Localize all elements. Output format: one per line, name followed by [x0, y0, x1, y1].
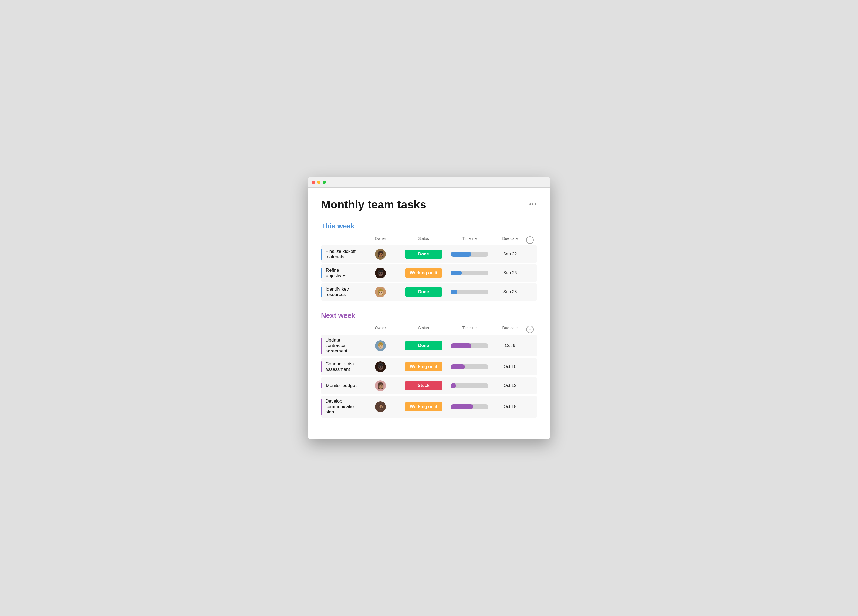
owner-cell: 👨🏼	[359, 340, 402, 351]
col-header-duedate: Due date	[494, 326, 526, 333]
sections-container: This week Owner Status Timeline Due date…	[321, 222, 537, 417]
timeline-bar	[451, 364, 488, 369]
avatar: 👨🏼	[375, 340, 386, 351]
task-left-bar	[321, 338, 322, 354]
timeline-fill	[451, 364, 465, 369]
status-cell: Working on it	[402, 402, 445, 411]
task-name: Develop communication plan	[325, 398, 359, 415]
due-date-cell: Sep 28	[494, 289, 526, 294]
timeline-bar	[451, 271, 488, 275]
status-cell: Done	[402, 287, 445, 297]
section-this-week: This week Owner Status Timeline Due date…	[321, 222, 537, 300]
status-badge[interactable]: Stuck	[405, 381, 443, 390]
task-left-bar	[321, 383, 322, 388]
task-left-bar	[321, 268, 322, 278]
timeline-fill	[451, 383, 456, 388]
due-date-cell: Oct 18	[494, 404, 526, 409]
timeline-cell	[445, 289, 494, 294]
timeline-fill	[451, 404, 473, 409]
section-title-this-week: This week	[321, 222, 354, 230]
status-cell: Done	[402, 341, 445, 350]
table-row[interactable]: Finalize kickoff materials 👩🏾 Done Sep 2…	[321, 246, 537, 263]
avatar: 👩🏽	[375, 380, 386, 391]
timeline-bar	[451, 289, 488, 294]
timeline-fill	[451, 252, 471, 257]
timeline-bar	[451, 252, 488, 257]
task-name-cell: Identify key resources	[321, 286, 359, 297]
task-left-bar	[321, 286, 322, 297]
task-name: Conduct a risk assessment	[325, 361, 359, 372]
table-row[interactable]: Refine objectives 👨🏿 Working on it Sep 2…	[321, 264, 537, 282]
col-header-owner: Owner	[359, 326, 402, 333]
timeline-bar	[451, 383, 488, 388]
due-date-cell: Oct 10	[494, 364, 526, 369]
timeline-cell	[445, 343, 494, 348]
task-name-cell: Monitor budget	[321, 383, 359, 388]
task-name-cell: Develop communication plan	[321, 398, 359, 415]
status-cell: Working on it	[402, 268, 445, 278]
avatar: 👩🏾	[375, 249, 386, 260]
avatar: 🧔🏽	[375, 401, 386, 412]
page-title: Monthly team tasks	[321, 199, 426, 211]
timeline-fill	[451, 289, 457, 294]
col-header-timeline: Timeline	[445, 326, 494, 333]
app-window: Monthly team tasks ••• This week Owner S…	[308, 177, 550, 439]
col-header-add: +	[526, 236, 537, 244]
table-row[interactable]: Update contractor agreement 👨🏼 Done Oct …	[321, 335, 537, 356]
content-area: Monthly team tasks ••• This week Owner S…	[308, 188, 550, 439]
task-name-cell: Conduct a risk assessment	[321, 361, 359, 372]
due-date-cell: Oct 12	[494, 383, 526, 388]
status-badge[interactable]: Working on it	[405, 362, 443, 371]
task-name: Monitor budget	[326, 383, 356, 388]
minimize-button[interactable]	[317, 180, 320, 184]
owner-cell: 👩🏽	[359, 380, 402, 391]
table-row[interactable]: Develop communication plan 🧔🏽 Working on…	[321, 396, 537, 417]
add-task-button-next-week[interactable]: +	[526, 326, 534, 333]
column-headers-next-week: Owner Status Timeline Due date +	[321, 324, 537, 335]
status-badge[interactable]: Done	[405, 287, 443, 297]
task-name-cell: Update contractor agreement	[321, 338, 359, 354]
timeline-bar	[451, 404, 488, 409]
due-date-cell: Sep 26	[494, 271, 526, 275]
status-cell: Stuck	[402, 381, 445, 390]
avatar: 👨🏿	[375, 268, 386, 278]
owner-cell: 👨🏿	[359, 361, 402, 372]
owner-cell: 👨🏿	[359, 268, 402, 278]
add-task-button-this-week[interactable]: +	[526, 236, 534, 244]
close-button[interactable]	[312, 180, 315, 184]
timeline-cell	[445, 383, 494, 388]
col-header-status: Status	[402, 236, 445, 244]
table-row[interactable]: Conduct a risk assessment 👨🏿 Working on …	[321, 358, 537, 375]
avatar: 👩🏼	[375, 286, 386, 297]
timeline-cell	[445, 404, 494, 409]
status-badge[interactable]: Done	[405, 341, 443, 350]
maximize-button[interactable]	[323, 180, 326, 184]
owner-cell: 🧔🏽	[359, 401, 402, 412]
col-header-owner: Owner	[359, 236, 402, 244]
col-header-timeline: Timeline	[445, 236, 494, 244]
status-badge[interactable]: Done	[405, 249, 443, 259]
task-name: Finalize kickoff materials	[326, 249, 359, 260]
col-header-task	[325, 236, 359, 244]
task-name-cell: Finalize kickoff materials	[321, 249, 359, 260]
title-bar	[308, 177, 550, 188]
section-title-next-week: Next week	[321, 311, 355, 320]
status-cell: Done	[402, 249, 445, 259]
column-headers-this-week: Owner Status Timeline Due date +	[321, 235, 537, 246]
task-left-bar	[321, 249, 322, 260]
owner-cell: 👩🏼	[359, 286, 402, 297]
task-left-bar	[321, 398, 322, 415]
timeline-bar	[451, 343, 488, 348]
more-options-button[interactable]: •••	[529, 201, 537, 208]
status-badge[interactable]: Working on it	[405, 268, 443, 278]
table-row[interactable]: Monitor budget 👩🏽 Stuck Oct 12	[321, 377, 537, 394]
status-badge[interactable]: Working on it	[405, 402, 443, 411]
timeline-cell	[445, 271, 494, 275]
page-header: Monthly team tasks •••	[321, 199, 537, 211]
table-row[interactable]: Identify key resources 👩🏼 Done Sep 28	[321, 283, 537, 300]
timeline-fill	[451, 271, 462, 275]
status-cell: Working on it	[402, 362, 445, 371]
col-header-status: Status	[402, 326, 445, 333]
section-next-week: Next week Owner Status Timeline Due date…	[321, 311, 537, 417]
task-name-cell: Refine objectives	[321, 268, 359, 278]
